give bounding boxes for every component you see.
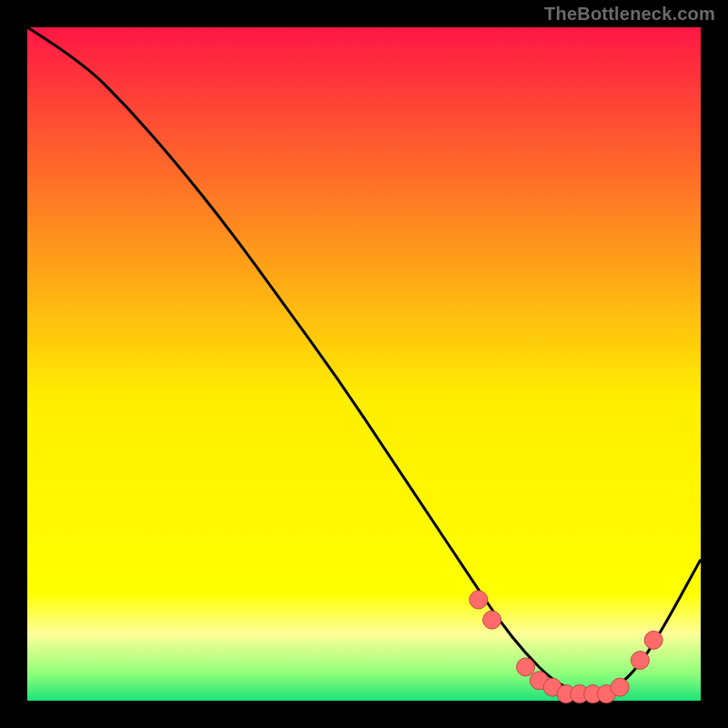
marker-dot: [611, 678, 629, 696]
watermark-label: TheBottleneck.com: [544, 4, 715, 25]
marker-dot: [517, 658, 535, 676]
marker-dot: [483, 611, 501, 629]
marker-dot: [631, 652, 649, 670]
bottleneck-chart: [0, 0, 728, 728]
gradient-background: [27, 27, 701, 701]
chart-stage: TheBottleneck.com: [0, 0, 728, 728]
marker-dot: [470, 591, 488, 609]
marker-dot: [644, 631, 662, 649]
